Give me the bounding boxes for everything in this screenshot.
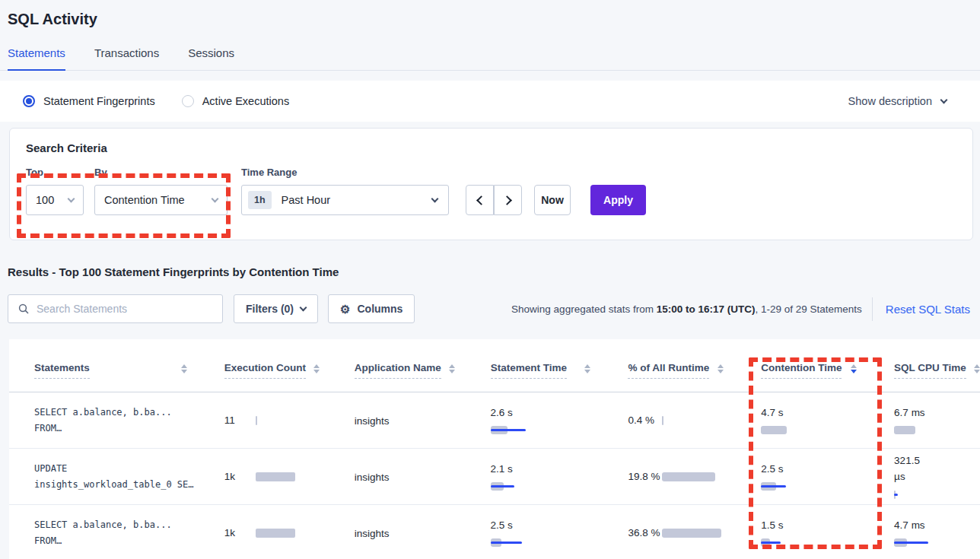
- time-range-badge: 1h: [248, 191, 272, 209]
- statement-time-cell: 2.6 s: [466, 405, 603, 436]
- tab-statements[interactable]: Statements: [8, 46, 65, 71]
- show-description-toggle[interactable]: Show description: [848, 95, 957, 107]
- sort-icon[interactable]: [577, 362, 590, 373]
- column-header-sql-cpu-time[interactable]: SQL CPU Time: [869, 339, 980, 392]
- contention-time-cell: 1.5 s: [736, 518, 869, 548]
- chevron-right-icon: [502, 195, 512, 205]
- percent-runtime-cell: 19.8 %: [603, 468, 736, 485]
- column-header-execution-count[interactable]: Execution Count: [199, 339, 329, 392]
- column-header-contention-time[interactable]: Contention Time: [736, 339, 869, 392]
- aggregated-stats-text: Showing aggregated stats from 15:00 to 1…: [511, 303, 862, 315]
- bar-chart: [662, 472, 715, 481]
- bar-chart: [662, 529, 721, 538]
- statement-time-cell: 2.1 s: [466, 462, 603, 492]
- tab-transactions[interactable]: Transactions: [94, 46, 159, 70]
- time-nav-group: [466, 185, 522, 215]
- radio-active-executions[interactable]: Active Executions: [182, 95, 289, 107]
- bar-chart: [761, 538, 869, 548]
- bar-chart: [894, 491, 980, 500]
- bar-chart: [491, 426, 603, 435]
- previous-time-button[interactable]: [466, 185, 494, 215]
- sort-icon[interactable]: [966, 362, 980, 373]
- table-body: SELECT a.balance, b.ba... FROM…11insight…: [9, 392, 980, 559]
- statement-cell: SELECT a.balance, b.ba... FROM…: [9, 405, 199, 437]
- execution-count-cell: 1k: [199, 527, 329, 538]
- percent-runtime-cell: 0.4 %: [603, 412, 736, 429]
- application-name-cell: insights: [329, 526, 466, 540]
- statement-cell: UPDATE insights_workload_table_0 SE…: [9, 461, 199, 493]
- bar-chart: [662, 416, 663, 425]
- gear-icon: ⚙: [340, 303, 350, 315]
- radio-selected-icon[interactable]: [23, 95, 35, 107]
- application-name-cell: insights: [329, 470, 466, 484]
- bar-chart: [256, 472, 295, 481]
- results-heading: Results - Top 100 Statement Fingerprints…: [8, 265, 980, 278]
- column-label: Execution Count: [224, 362, 306, 379]
- table-header-row: StatementsExecution CountApplication Nam…: [9, 339, 980, 392]
- sort-icon[interactable]: [306, 362, 320, 373]
- sql-cpu-time-cell: 321.5 µs: [869, 453, 980, 500]
- bar-chart: [491, 538, 603, 548]
- column-header-statement-time[interactable]: Statement Time: [466, 339, 603, 392]
- tab-bar: Statements Transactions Sessions: [0, 46, 980, 71]
- column-label: % of All Runtime: [628, 362, 709, 379]
- column-header-application-name[interactable]: Application Name: [329, 339, 466, 392]
- column-label: Statements: [34, 362, 90, 379]
- bar-chart: [256, 529, 295, 538]
- statement-fingerprint-link[interactable]: UPDATE insights_workload_table_0 SE…: [34, 461, 199, 493]
- time-range-picker[interactable]: 1h Past Hour: [241, 185, 449, 215]
- column-label: SQL CPU Time: [894, 362, 966, 379]
- sort-icon[interactable]: [710, 362, 724, 373]
- bar-chart: [761, 482, 869, 491]
- table-row: SELECT a.balance, b.ba... FROM…11insight…: [9, 392, 980, 449]
- apply-button[interactable]: Apply: [590, 185, 646, 215]
- radio-statement-fingerprints[interactable]: Statement Fingerprints: [23, 95, 155, 107]
- time-range-label: Time Range: [241, 167, 449, 178]
- statement-cell: SELECT a.balance, b.ba... FROM…: [9, 517, 199, 549]
- column-label: Statement Time: [491, 362, 567, 379]
- by-select[interactable]: Contention Time: [94, 185, 228, 215]
- bar-chart: [491, 482, 603, 491]
- bar-chart: [256, 416, 257, 425]
- sql-activity-page: SQL Activity Statements Transactions Ses…: [0, 0, 980, 559]
- page-title: SQL Activity: [0, 0, 980, 28]
- execution-count-cell: 1k: [199, 471, 329, 482]
- search-icon: [18, 303, 29, 314]
- search-statements-box[interactable]: [8, 294, 223, 323]
- chevron-left-icon: [476, 195, 486, 205]
- view-toggle-band: Statement Fingerprints Active Executions…: [0, 81, 980, 122]
- search-statements-input[interactable]: [37, 303, 215, 315]
- column-label: Application Name: [355, 362, 441, 379]
- bar-chart: [894, 538, 980, 548]
- table-row: UPDATE insights_workload_table_0 SE…1kin…: [9, 449, 980, 505]
- by-label: By: [94, 167, 228, 178]
- chevron-down-icon: [68, 195, 75, 203]
- sort-icon[interactable]: [173, 362, 187, 373]
- sort-icon[interactable]: [441, 362, 455, 373]
- now-button[interactable]: Now: [534, 185, 571, 215]
- bar-chart: [761, 426, 869, 435]
- search-criteria-heading: Search Criteria: [26, 141, 956, 154]
- reset-sql-stats-link[interactable]: Reset SQL Stats: [872, 297, 972, 321]
- top-label: Top: [26, 167, 84, 178]
- bar-chart: [894, 426, 980, 435]
- radio-unselected-icon[interactable]: [182, 95, 194, 107]
- next-time-button[interactable]: [494, 185, 522, 215]
- statement-fingerprint-link[interactable]: SELECT a.balance, b.ba... FROM…: [34, 517, 199, 549]
- statement-fingerprint-link[interactable]: SELECT a.balance, b.ba... FROM…: [34, 405, 199, 437]
- column-header-statements[interactable]: Statements: [9, 339, 199, 392]
- execution-count-cell: 11: [199, 414, 329, 426]
- filters-button[interactable]: Filters (0): [234, 294, 318, 323]
- statements-table: StatementsExecution CountApplication Nam…: [9, 339, 980, 559]
- application-name-cell: insights: [329, 414, 466, 427]
- contention-time-cell: 4.7 s: [736, 405, 869, 436]
- statement-time-cell: 2.5 s: [466, 518, 603, 548]
- column-label: Contention Time: [761, 362, 842, 379]
- column-header-of-all-runtime[interactable]: % of All Runtime: [603, 339, 736, 392]
- tab-sessions[interactable]: Sessions: [188, 46, 234, 70]
- top-select[interactable]: 100: [26, 185, 84, 215]
- chevron-down-icon: [300, 304, 307, 312]
- search-criteria-panel: Search Criteria Top 100 By Contention Ti…: [9, 128, 973, 240]
- sort-icon[interactable]: [843, 362, 857, 373]
- columns-button[interactable]: ⚙ Columns: [328, 294, 415, 323]
